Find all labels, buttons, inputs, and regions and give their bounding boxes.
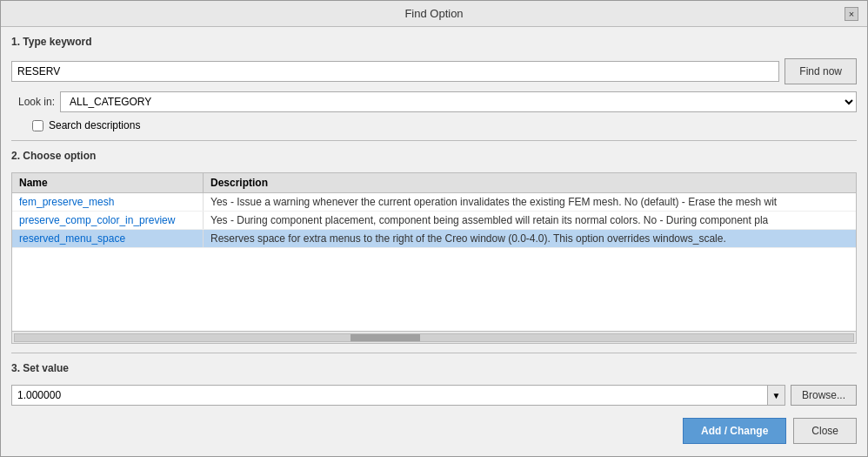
row-name-0: fem_preserve_mesh xyxy=(12,193,204,211)
table-header: Name Description xyxy=(12,173,856,193)
section3-label: 3. Set value xyxy=(11,362,857,374)
set-value-wrapper: ▼ xyxy=(11,385,785,406)
browse-button[interactable]: Browse... xyxy=(791,385,857,406)
options-table: Name Description fem_preserve_mesh Yes -… xyxy=(11,172,857,344)
section-divider xyxy=(11,140,857,141)
search-descriptions-label: Search descriptions xyxy=(49,119,140,131)
row-name-2: reserved_menu_space xyxy=(12,230,204,247)
section1-label: 1. Type keyword xyxy=(11,36,857,48)
find-option-dialog: Find Option × 1. Type keyword Find now L… xyxy=(0,0,868,457)
set-value-section: ▼ Browse... xyxy=(11,385,857,406)
table-row[interactable]: fem_preserve_mesh Yes - Issue a warning … xyxy=(12,193,856,212)
set-value-dropdown-arrow[interactable]: ▼ xyxy=(768,385,785,406)
column-header-name: Name xyxy=(12,173,204,192)
keyword-input[interactable] xyxy=(11,61,779,82)
title-close-button[interactable]: × xyxy=(845,7,858,21)
row-desc-1: Yes - During component placement, compon… xyxy=(204,212,856,229)
scrollbar-thumb xyxy=(351,334,420,341)
search-descriptions-row: Search descriptions xyxy=(32,119,857,131)
set-value-input[interactable] xyxy=(11,385,768,406)
dialog-title: Find Option xyxy=(23,7,845,20)
section-divider-2 xyxy=(11,353,857,353)
look-in-label: Look in: xyxy=(18,96,55,108)
section2-label: 2. Choose option xyxy=(11,150,857,162)
table-body: fem_preserve_mesh Yes - Issue a warning … xyxy=(12,193,856,331)
row-desc-2: Reserves space for extra menus to the ri… xyxy=(204,230,856,247)
look-in-row: Look in: ALL_CATEGORY xyxy=(18,91,857,112)
title-bar: Find Option × xyxy=(1,1,867,27)
scrollbar-track xyxy=(14,333,854,342)
look-in-select-wrapper: ALL_CATEGORY xyxy=(60,91,857,112)
add-change-button[interactable]: Add / Change xyxy=(683,418,786,444)
look-in-select[interactable]: ALL_CATEGORY xyxy=(60,91,857,112)
find-now-button[interactable]: Find now xyxy=(785,58,857,84)
bottom-buttons: Add / Change Close xyxy=(11,413,857,447)
horizontal-scrollbar[interactable] xyxy=(12,331,856,343)
dialog-body: 1. Type keyword Find now Look in: ALL_CA… xyxy=(1,27,867,456)
close-dialog-button[interactable]: Close xyxy=(793,418,857,444)
table-row-selected[interactable]: reserved_menu_space Reserves space for e… xyxy=(12,230,856,248)
column-header-description: Description xyxy=(204,173,856,192)
search-descriptions-checkbox[interactable] xyxy=(32,120,43,131)
row-desc-0: Yes - Issue a warning whenever the curre… xyxy=(204,193,856,211)
keyword-row: Find now xyxy=(11,58,857,84)
row-name-1: preserve_comp_color_in_preview xyxy=(12,212,204,229)
table-row[interactable]: preserve_comp_color_in_preview Yes - Dur… xyxy=(12,212,856,230)
